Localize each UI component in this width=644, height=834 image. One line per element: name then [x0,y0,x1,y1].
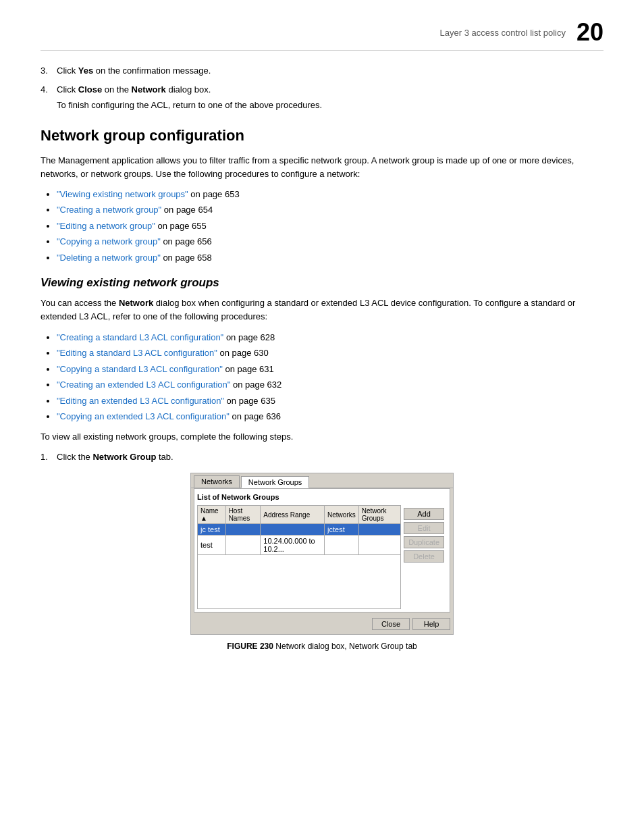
col-header-address-range: Address Range [261,506,325,524]
col-header-name: Name ▲ [198,506,226,524]
step-4-num: 4. [41,83,57,112]
step-4-text: Click Close on the Network dialog box. T… [57,83,603,112]
dialog-section-label: List of Network Groups [197,492,447,502]
list-item: "Creating a network group" on page 654 [57,203,603,217]
list-item: "Copying an extended L3 ACL configuratio… [57,410,603,423]
step-3: 3. Click Yes on the confirmation message… [41,64,603,78]
page-ref: on page 656 [163,236,211,246]
link-deleting-group[interactable]: "Deleting a network group" [57,253,161,263]
page-ref: on page 658 [163,253,211,263]
list-item: "Editing an extended L3 ACL configuratio… [57,394,603,408]
steps-top-section: 3. Click Yes on the confirmation message… [41,64,603,112]
delete-button[interactable]: Delete [404,550,444,563]
list-item: "Editing a network group" on page 655 [57,219,603,233]
section-title: Network group configuration [41,127,603,145]
cell-networks: jctest [325,524,359,536]
cell-address-range: 10.24.00.000 to 10.2... [261,536,325,555]
cell-host-names [225,536,261,555]
section-bullet-list: "Viewing existing network groups" on pag… [57,188,603,265]
network-group-config-section: Network group configuration The Manageme… [41,127,603,265]
page-ref: on page 631 [225,364,273,374]
link-viewing-groups[interactable]: "Viewing existing network groups" [57,189,188,199]
page-ref: on page 653 [190,189,239,199]
dialog-tab-bar: Networks Network Groups [191,473,453,488]
edit-button[interactable]: Edit [404,522,444,534]
table-row[interactable]: test 10.24.00.000 to 10.2... [198,536,401,555]
list-item: "Copying a network group" on page 656 [57,235,603,249]
step-intro-text: To view all existing network groups, com… [41,430,603,444]
list-item: "Creating an extended L3 ACL configurati… [57,378,603,392]
dialog-table-area: Name ▲ Host Names Address Range Networks… [197,505,401,609]
cell-network-groups [358,524,400,536]
page-ref: on page 630 [219,348,268,358]
step-4: 4. Click Close on the Network dialog box… [41,83,603,112]
page-ref: on page 628 [226,332,275,342]
cell-name: jc test [198,524,226,536]
add-button[interactable]: Add [404,508,444,520]
duplicate-button[interactable]: Duplicate [404,536,444,548]
page-ref: on page 635 [227,396,275,406]
page-number: 20 [576,20,603,45]
step-4-line: Click Close on the Network dialog box. [57,84,211,95]
step-4-subtext: To finish configuring the ACL, return to… [57,99,603,112]
step-3-text: Click Yes on the confirmation message. [57,64,603,78]
dialog-action-buttons: Add Edit Duplicate Delete [401,505,447,609]
link-create-standard[interactable]: "Creating a standard L3 ACL configuratio… [57,332,223,342]
tab-network-groups[interactable]: Network Groups [241,476,309,488]
cell-name: test [198,536,226,555]
page-ref: on page 654 [164,205,213,215]
cell-network-groups [358,536,400,555]
list-item: "Copying a standard L3 ACL configuration… [57,363,603,376]
chapter-title: Layer 3 access control list policy [41,28,566,38]
help-button[interactable]: Help [412,618,450,630]
table-empty-area [197,555,401,609]
page-header: Layer 3 access control list policy 20 [41,20,603,51]
dialog-content-area: List of Network Groups Name ▲ Host Names… [194,488,450,613]
dialog-layout: Name ▲ Host Names Address Range Networks… [197,505,447,609]
col-header-network-groups: Network Groups [358,506,400,524]
subsection-intro: You can access the Network dialog box wh… [41,296,603,323]
list-item: "Editing a standard L3 ACL configuration… [57,346,603,360]
figure-caption: FIGURE 230 Network dialog box, Network G… [41,642,603,651]
col-header-networks: Networks [325,506,359,524]
cell-address-range [261,524,325,536]
network-groups-table: Name ▲ Host Names Address Range Networks… [197,505,401,555]
list-item: "Deleting a network group" on page 658 [57,251,603,265]
link-creating-group[interactable]: "Creating a network group" [57,205,161,215]
substep-1-num: 1. [41,450,57,464]
link-editing-group[interactable]: "Editing a network group" [57,221,155,231]
page-ref: on page 655 [157,221,206,231]
tab-networks[interactable]: Networks [194,475,240,488]
link-edit-extended[interactable]: "Editing an extended L3 ACL configuratio… [57,396,224,406]
viewing-network-groups-subsection: Viewing existing network groups You can … [41,276,603,651]
cell-networks [325,536,359,555]
link-copy-extended[interactable]: "Copying an extended L3 ACL configuratio… [57,411,230,421]
cell-host-names [225,524,261,536]
link-create-extended[interactable]: "Creating an extended L3 ACL configurati… [57,380,230,390]
page-ref: on page 636 [232,411,281,421]
dialog-bottom-bar: Close Help [191,615,453,634]
section-intro: The Management application allows you to… [41,154,603,181]
link-copy-standard[interactable]: "Copying a standard L3 ACL configuration… [57,364,223,374]
link-copying-group[interactable]: "Copying a network group" [57,236,161,246]
col-header-host-names: Host Names [225,506,261,524]
dialog-screenshot: Networks Network Groups List of Network … [190,473,454,635]
subsection-title: Viewing existing network groups [41,276,603,290]
close-button[interactable]: Close [372,618,410,630]
substep-1-text: Click the Network Group tab. [57,450,603,464]
list-item: "Creating a standard L3 ACL configuratio… [57,331,603,344]
list-item: "Viewing existing network groups" on pag… [57,188,603,201]
subsection-bullet-list: "Creating a standard L3 ACL configuratio… [57,331,603,423]
table-row[interactable]: jc test jctest [198,524,401,536]
step-3-num: 3. [41,64,57,78]
page-ref: on page 632 [233,380,281,390]
substep-1: 1. Click the Network Group tab. [41,450,603,464]
link-edit-standard[interactable]: "Editing a standard L3 ACL configuration… [57,348,217,358]
